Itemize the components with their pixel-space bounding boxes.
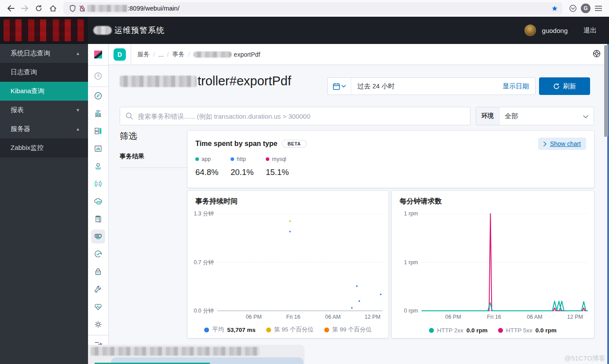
mysql-dot (266, 157, 269, 161)
maps-pin-icon[interactable] (88, 157, 108, 175)
requests-per-minute-chart-canvas: 1 rpm1 rpm0 rpm06 PMFri 1606 AM12 PM (395, 210, 591, 320)
forward-arrow-icon[interactable] (18, 2, 31, 15)
sidebar-item-servers[interactable]: 服务器▲ (0, 120, 88, 138)
svg-text:Fri 16: Fri 16 (286, 314, 301, 320)
legend-item-http[interactable]: http (231, 156, 266, 162)
filter-divider (120, 167, 192, 168)
mysql-percentage: 15.1% (266, 167, 301, 177)
breadcrumb-transactions[interactable]: 事务 (172, 51, 184, 58)
help-life-ring-icon[interactable] (592, 49, 601, 60)
svg-text:Fri 16: Fri 16 (487, 314, 501, 320)
back-arrow-icon[interactable] (4, 2, 17, 15)
infrastructure-cloud-icon[interactable] (88, 193, 108, 210)
http-percentage: 20.1% (231, 167, 266, 177)
show-chart-link[interactable]: Show chart (538, 138, 586, 150)
chart-legend-item[interactable]: 第 95 个百分位 (266, 326, 314, 334)
bookmark-star-icon[interactable]: ★ (551, 4, 558, 13)
canvas-icon[interactable] (88, 140, 108, 157)
chevron-down-icon: ▼ (76, 108, 80, 113)
chart-legend-item[interactable]: HTTP 2xx0.0 rpm (429, 327, 488, 334)
visualize-chart-icon[interactable] (88, 105, 108, 122)
breadcrumb-ellipsis[interactable]: ... (158, 51, 164, 58)
time-range-value[interactable]: 过去 24 小时 (357, 82, 395, 91)
legend-item-mysql[interactable]: mysql (266, 156, 301, 162)
svg-text:1 rpm: 1 rpm (404, 259, 418, 266)
url-bar[interactable]: :8099/webui/main/ ★ (63, 2, 562, 15)
kibana-icon-rail (88, 44, 109, 364)
sidebar-item-reports[interactable]: 报表▼ (0, 101, 88, 120)
company-logo (0, 17, 88, 44)
time-picker: 过去 24 小时 显示日期 刷新 (327, 77, 590, 95)
kibana-main: D 服务 / ... / 事务 / exportPdf troller#expo… (109, 44, 609, 364)
chart-legend-item[interactable]: 第 99 个百分位 (324, 326, 372, 334)
watermark: @51CTO博客 (565, 354, 605, 363)
redacted-host (87, 5, 128, 12)
show-dates-link[interactable]: 显示日期 (503, 82, 529, 91)
home-icon[interactable] (47, 2, 59, 15)
beta-badge: BETA (282, 140, 306, 148)
broken-lock-icon[interactable] (77, 2, 87, 15)
breadcrumb-services[interactable]: 服务 (137, 51, 150, 58)
breadcrumb-current: exportPdf (234, 51, 260, 58)
uptime-check-icon[interactable] (88, 245, 108, 263)
sidebar-nav: 系统日志查询▲ 日志查询 Kibana查询 报表▼ 服务器▲ Zabbix监控 (0, 44, 88, 364)
user-avatar[interactable] (525, 25, 536, 36)
account-avatar[interactable]: G (581, 4, 591, 13)
kibana-logo[interactable] (88, 44, 108, 66)
filter-column: 筛选 事务结果 (120, 130, 188, 168)
svg-text:0.0 分钟: 0.0 分钟 (194, 308, 214, 314)
url-text: :8099/webui/main/ (128, 5, 180, 12)
chart-title: 事务持续时间 (195, 197, 238, 206)
requests-per-minute-panel: 每分钟请求数 1 rpm1 rpm0 rpm06 PMFri 1606 AM12… (391, 190, 594, 339)
dashboard-icon[interactable] (88, 122, 108, 140)
space-selector[interactable]: D (109, 44, 131, 65)
discover-compass-icon[interactable] (88, 87, 108, 105)
chart-legend-item[interactable]: HTTP 5xx0.0 rpm (498, 327, 557, 334)
redacted-logo (4, 19, 85, 41)
chart-legend-item[interactable]: 平均53,707 ms (204, 326, 256, 334)
svg-text:12 PM: 12 PM (567, 314, 583, 320)
apm-icon[interactable] (88, 228, 108, 245)
menu-hamburger-icon[interactable] (592, 2, 605, 15)
search-input[interactable] (137, 112, 465, 120)
transaction-duration-chart-canvas: 1.3 分钟0.7 分钟0.0 分钟06 PMFri 1606 AM12 PM (191, 210, 385, 320)
filter-heading: 筛选 (120, 130, 188, 142)
logout-link[interactable]: 退出 (583, 26, 597, 35)
pocket-icon[interactable] (567, 2, 579, 15)
shield-icon[interactable] (68, 2, 77, 15)
siem-lock-icon[interactable] (88, 263, 108, 280)
refresh-button[interactable]: 刷新 (539, 77, 590, 95)
management-gear-icon[interactable] (88, 316, 108, 333)
dev-tools-wrench-icon[interactable] (88, 280, 108, 298)
sidebar-item-zabbix[interactable]: Zabbix监控 (0, 138, 88, 157)
machine-learning-icon[interactable] (88, 175, 108, 193)
user-name[interactable]: guodong (542, 27, 568, 34)
redacted-status-url (91, 347, 260, 356)
requests-per-minute-legend: HTTP 2xx0.0 rpmHTTP 5xx0.0 rpm (392, 327, 594, 334)
environment-select[interactable]: 环境 全部 (476, 107, 594, 125)
time-range-control: 过去 24 小时 显示日期 (327, 77, 536, 95)
logs-icon[interactable] (88, 210, 108, 228)
chevron-down-icon (583, 112, 588, 120)
page-title: troller#exportPdf (120, 74, 291, 88)
status-popup (88, 345, 304, 364)
reload-icon[interactable] (33, 2, 45, 15)
span-values: 64.8% 20.1% 15.1% (195, 167, 586, 177)
recently-viewed-clock-icon[interactable] (88, 66, 108, 87)
app-header: 运维预警系统 guodong 退出 (0, 17, 609, 44)
space-badge[interactable]: D (114, 48, 126, 61)
legend-item-app[interactable]: app (195, 156, 231, 162)
app-percentage: 64.8% (195, 167, 231, 177)
calendar-button[interactable] (328, 78, 351, 95)
sidebar-item-kibana-query[interactable]: Kibana查询 (0, 82, 88, 101)
span-type-panel: Time spent by span type BETA Show chart … (187, 130, 594, 188)
scrollbar-thumb[interactable] (604, 45, 608, 137)
app-dot (195, 157, 199, 161)
filter-section-transaction-result: 事务结果 (120, 153, 188, 160)
sidebar-item-system-log-query[interactable]: 系统日志查询▲ (0, 44, 88, 63)
redacted-title-part (120, 76, 197, 87)
redacted-title-prefix (93, 26, 112, 35)
transaction-duration-panel: 事务持续时间 1.3 分钟0.7 分钟0.0 分钟06 PMFri 1606 A… (187, 190, 389, 339)
monitoring-heart-icon[interactable] (88, 298, 108, 316)
sidebar-item-log-query[interactable]: 日志查询 (0, 63, 88, 82)
